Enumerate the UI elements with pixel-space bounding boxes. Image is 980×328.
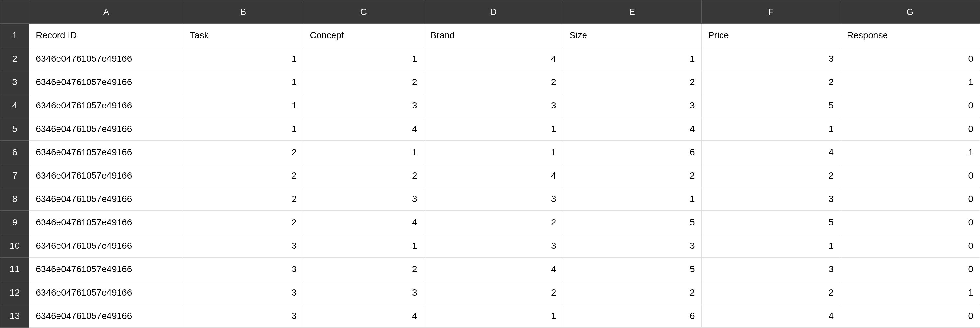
cell-g7[interactable]: 0 bbox=[840, 164, 980, 187]
cell-g1[interactable]: Response bbox=[840, 24, 980, 47]
cell-c3[interactable]: 2 bbox=[303, 70, 424, 94]
cell-a3[interactable]: 6346e04761057e49166 bbox=[29, 70, 183, 94]
cell-c7[interactable]: 2 bbox=[303, 164, 424, 187]
row-header-1[interactable]: 1 bbox=[0, 24, 29, 47]
cell-d6[interactable]: 1 bbox=[424, 141, 563, 164]
cell-b3[interactable]: 1 bbox=[183, 70, 303, 94]
cell-a1[interactable]: Record ID bbox=[29, 24, 183, 47]
cell-c10[interactable]: 1 bbox=[303, 234, 424, 258]
cell-b1[interactable]: Task bbox=[183, 24, 303, 47]
row-header-5[interactable]: 5 bbox=[0, 117, 29, 141]
cell-a13[interactable]: 6346e04761057e49166 bbox=[29, 304, 183, 328]
row-header-8[interactable]: 8 bbox=[0, 187, 29, 211]
cell-f2[interactable]: 3 bbox=[702, 47, 840, 70]
row-header-4[interactable]: 4 bbox=[0, 94, 29, 117]
cell-e3[interactable]: 2 bbox=[563, 70, 702, 94]
cell-d12[interactable]: 2 bbox=[424, 281, 563, 304]
cell-f13[interactable]: 4 bbox=[702, 304, 840, 328]
cell-a12[interactable]: 6346e04761057e49166 bbox=[29, 281, 183, 304]
cell-c5[interactable]: 4 bbox=[303, 117, 424, 141]
col-header-g[interactable]: G bbox=[840, 0, 980, 24]
col-header-e[interactable]: E bbox=[563, 0, 702, 24]
cell-a5[interactable]: 6346e04761057e49166 bbox=[29, 117, 183, 141]
col-header-c[interactable]: C bbox=[303, 0, 424, 24]
cell-b5[interactable]: 1 bbox=[183, 117, 303, 141]
cell-f8[interactable]: 3 bbox=[702, 187, 840, 211]
cell-d9[interactable]: 2 bbox=[424, 211, 563, 234]
cell-c6[interactable]: 1 bbox=[303, 141, 424, 164]
cell-c2[interactable]: 1 bbox=[303, 47, 424, 70]
cell-b11[interactable]: 3 bbox=[183, 258, 303, 281]
cell-e9[interactable]: 5 bbox=[563, 211, 702, 234]
cell-a11[interactable]: 6346e04761057e49166 bbox=[29, 258, 183, 281]
row-header-7[interactable]: 7 bbox=[0, 164, 29, 187]
row-header-11[interactable]: 11 bbox=[0, 258, 29, 281]
cell-a10[interactable]: 6346e04761057e49166 bbox=[29, 234, 183, 258]
cell-b8[interactable]: 2 bbox=[183, 187, 303, 211]
cell-d10[interactable]: 3 bbox=[424, 234, 563, 258]
cell-b2[interactable]: 1 bbox=[183, 47, 303, 70]
cell-d2[interactable]: 4 bbox=[424, 47, 563, 70]
cell-a4[interactable]: 6346e04761057e49166 bbox=[29, 94, 183, 117]
cell-f5[interactable]: 1 bbox=[702, 117, 840, 141]
cell-c12[interactable]: 3 bbox=[303, 281, 424, 304]
cell-c9[interactable]: 4 bbox=[303, 211, 424, 234]
cell-e2[interactable]: 1 bbox=[563, 47, 702, 70]
cell-f11[interactable]: 3 bbox=[702, 258, 840, 281]
cell-f6[interactable]: 4 bbox=[702, 141, 840, 164]
cell-b10[interactable]: 3 bbox=[183, 234, 303, 258]
row-header-3[interactable]: 3 bbox=[0, 70, 29, 94]
cell-g10[interactable]: 0 bbox=[840, 234, 980, 258]
cell-g13[interactable]: 0 bbox=[840, 304, 980, 328]
col-header-a[interactable]: A bbox=[29, 0, 183, 24]
row-header-13[interactable]: 13 bbox=[0, 304, 29, 328]
cell-g8[interactable]: 0 bbox=[840, 187, 980, 211]
cell-b13[interactable]: 3 bbox=[183, 304, 303, 328]
cell-e12[interactable]: 2 bbox=[563, 281, 702, 304]
cell-a2[interactable]: 6346e04761057e49166 bbox=[29, 47, 183, 70]
cell-d3[interactable]: 2 bbox=[424, 70, 563, 94]
cell-c4[interactable]: 3 bbox=[303, 94, 424, 117]
cell-f7[interactable]: 2 bbox=[702, 164, 840, 187]
cell-e7[interactable]: 2 bbox=[563, 164, 702, 187]
cell-b6[interactable]: 2 bbox=[183, 141, 303, 164]
cell-f4[interactable]: 5 bbox=[702, 94, 840, 117]
cell-e6[interactable]: 6 bbox=[563, 141, 702, 164]
cell-d5[interactable]: 1 bbox=[424, 117, 563, 141]
cell-g3[interactable]: 1 bbox=[840, 70, 980, 94]
cell-c8[interactable]: 3 bbox=[303, 187, 424, 211]
cell-c13[interactable]: 4 bbox=[303, 304, 424, 328]
cell-a9[interactable]: 6346e04761057e49166 bbox=[29, 211, 183, 234]
col-header-f[interactable]: F bbox=[702, 0, 840, 24]
row-header-2[interactable]: 2 bbox=[0, 47, 29, 70]
cell-d8[interactable]: 3 bbox=[424, 187, 563, 211]
cell-d11[interactable]: 4 bbox=[424, 258, 563, 281]
cell-b9[interactable]: 2 bbox=[183, 211, 303, 234]
row-header-6[interactable]: 6 bbox=[0, 141, 29, 164]
row-header-10[interactable]: 10 bbox=[0, 234, 29, 258]
cell-d7[interactable]: 4 bbox=[424, 164, 563, 187]
cell-b7[interactable]: 2 bbox=[183, 164, 303, 187]
cell-d1[interactable]: Brand bbox=[424, 24, 563, 47]
cell-e4[interactable]: 3 bbox=[563, 94, 702, 117]
cell-a6[interactable]: 6346e04761057e49166 bbox=[29, 141, 183, 164]
cell-g4[interactable]: 0 bbox=[840, 94, 980, 117]
cell-e5[interactable]: 4 bbox=[563, 117, 702, 141]
cell-f10[interactable]: 1 bbox=[702, 234, 840, 258]
col-header-b[interactable]: B bbox=[183, 0, 303, 24]
cell-e10[interactable]: 3 bbox=[563, 234, 702, 258]
col-header-d[interactable]: D bbox=[424, 0, 563, 24]
cell-a7[interactable]: 6346e04761057e49166 bbox=[29, 164, 183, 187]
cell-c11[interactable]: 2 bbox=[303, 258, 424, 281]
cell-f3[interactable]: 2 bbox=[702, 70, 840, 94]
cell-b4[interactable]: 1 bbox=[183, 94, 303, 117]
cell-f9[interactable]: 5 bbox=[702, 211, 840, 234]
cell-d4[interactable]: 3 bbox=[424, 94, 563, 117]
corner-cell[interactable] bbox=[0, 0, 29, 24]
cell-b12[interactable]: 3 bbox=[183, 281, 303, 304]
cell-f12[interactable]: 2 bbox=[702, 281, 840, 304]
cell-g9[interactable]: 0 bbox=[840, 211, 980, 234]
cell-e1[interactable]: Size bbox=[563, 24, 702, 47]
cell-e11[interactable]: 5 bbox=[563, 258, 702, 281]
cell-g6[interactable]: 1 bbox=[840, 141, 980, 164]
